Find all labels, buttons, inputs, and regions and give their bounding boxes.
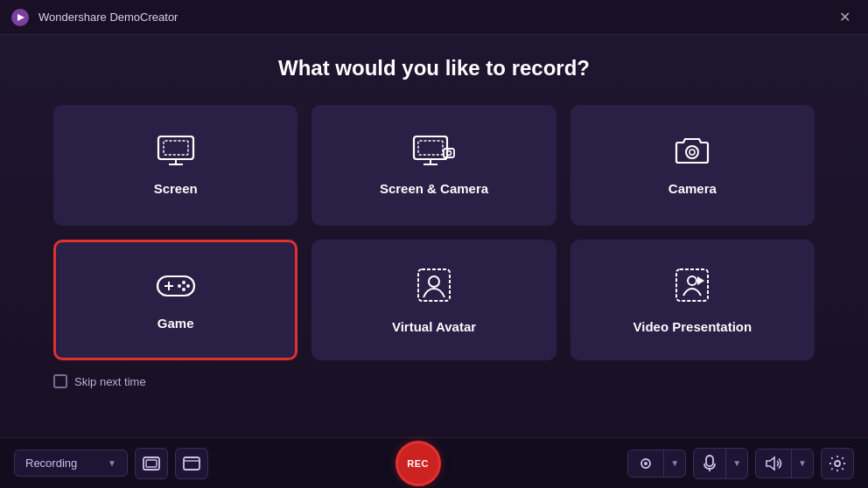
speaker-main-btn[interactable] (756, 450, 792, 478)
screen-camera-icon (412, 135, 456, 171)
svg-point-19 (178, 284, 181, 288)
page-title: What would you like to record? (278, 56, 590, 80)
speaker-btn-group[interactable]: ▼ (755, 449, 814, 478)
svg-point-12 (690, 150, 695, 155)
card-screen-camera[interactable]: Screen & Camera (312, 105, 556, 226)
bottom-bar: Recording ▼ REC ▼ (0, 437, 868, 488)
svg-point-23 (688, 276, 696, 285)
rec-button[interactable]: REC (396, 441, 441, 486)
frame-button[interactable] (135, 448, 168, 479)
screen-icon (157, 135, 195, 171)
camera-btn-group[interactable]: ▼ (627, 450, 686, 478)
card-video-presentation[interactable]: Video Presentation (570, 240, 815, 360)
card-virtual-avatar-label: Virtual Avatar (392, 319, 476, 334)
rec-label: REC (407, 458, 429, 469)
video-presentation-icon (673, 266, 711, 309)
svg-marker-32 (766, 457, 774, 470)
camera-main-btn[interactable] (628, 450, 664, 477)
window-button[interactable] (175, 448, 208, 479)
recording-dropdown[interactable]: Recording ▼ (14, 450, 128, 477)
app-title: Wondershare DemoCreator (38, 10, 832, 24)
svg-point-33 (835, 461, 840, 466)
card-screen-camera-label: Screen & Camera (380, 181, 488, 196)
card-video-presentation-label: Video Presentation (634, 319, 752, 334)
svg-point-29 (644, 462, 648, 465)
skip-row: Skip next time (53, 374, 815, 388)
avatar-icon (415, 266, 453, 309)
camera-icon (673, 135, 711, 171)
svg-point-16 (182, 281, 186, 284)
card-screen[interactable]: Screen (53, 105, 298, 226)
camera-dropdown-arrow[interactable]: ▼ (664, 452, 685, 474)
app-logo (10, 8, 30, 27)
card-game-label: Game (158, 316, 194, 331)
svg-rect-30 (706, 456, 713, 466)
mic-main-btn[interactable] (694, 449, 726, 478)
svg-point-11 (686, 146, 698, 158)
dropdown-chevron-icon: ▼ (108, 458, 116, 468)
mic-dropdown-arrow[interactable]: ▼ (726, 452, 747, 474)
card-game[interactable]: Game (53, 240, 298, 360)
main-content: What would you like to record? Screen (0, 35, 868, 437)
card-virtual-avatar[interactable]: Virtual Avatar (312, 240, 556, 360)
svg-rect-4 (164, 141, 188, 155)
cards-grid: Screen Screen & Camera (53, 105, 815, 360)
card-camera[interactable]: Camera (570, 105, 815, 226)
recording-dropdown-label: Recording (25, 457, 77, 470)
speaker-dropdown-arrow[interactable]: ▼ (792, 452, 813, 474)
svg-rect-6 (418, 141, 443, 155)
card-camera-label: Camera (668, 181, 717, 196)
skip-label: Skip next time (74, 375, 146, 388)
svg-point-18 (182, 288, 186, 291)
skip-checkbox[interactable] (53, 374, 67, 388)
title-bar: Wondershare DemoCreator ✕ (0, 0, 868, 35)
close-button[interactable]: ✕ (832, 5, 858, 29)
svg-rect-26 (184, 457, 200, 470)
svg-rect-20 (418, 269, 450, 301)
svg-point-21 (429, 276, 439, 287)
card-screen-label: Screen (154, 181, 198, 196)
svg-rect-25 (146, 460, 157, 467)
svg-point-10 (446, 151, 451, 156)
svg-rect-9 (444, 149, 454, 157)
settings-button[interactable] (821, 448, 854, 479)
game-icon (155, 269, 197, 305)
mic-btn-group[interactable]: ▼ (693, 448, 748, 479)
svg-point-17 (186, 284, 190, 288)
